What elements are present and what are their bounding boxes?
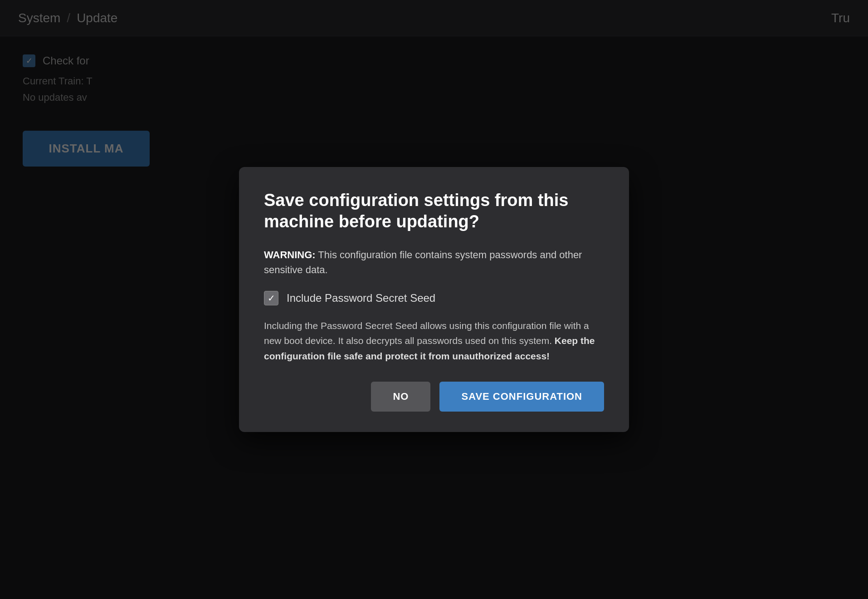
save-config-dialog: Save configuration settings from this ma…: [239, 167, 629, 432]
include-password-seed-row[interactable]: ✓ Include Password Secret Seed: [264, 291, 604, 305]
modal-description-text: Including the Password Secret Seed allow…: [264, 318, 604, 364]
include-seed-label: Include Password Secret Seed: [287, 292, 435, 304]
modal-overlay: Save configuration settings from this ma…: [0, 0, 868, 599]
warning-label: WARNING:: [264, 249, 316, 260]
description-normal-text: Including the Password Secret Seed allow…: [264, 320, 589, 346]
checkbox-checkmark-icon: ✓: [268, 293, 275, 304]
no-button[interactable]: NO: [371, 382, 430, 412]
modal-warning-text: WARNING: This configuration file contain…: [264, 247, 604, 277]
modal-title: Save configuration settings from this ma…: [264, 190, 604, 233]
include-seed-checkbox[interactable]: ✓: [264, 291, 278, 305]
save-configuration-button[interactable]: SAVE CONFIGURATION: [439, 382, 604, 412]
modal-button-row: NO SAVE CONFIGURATION: [264, 382, 604, 412]
